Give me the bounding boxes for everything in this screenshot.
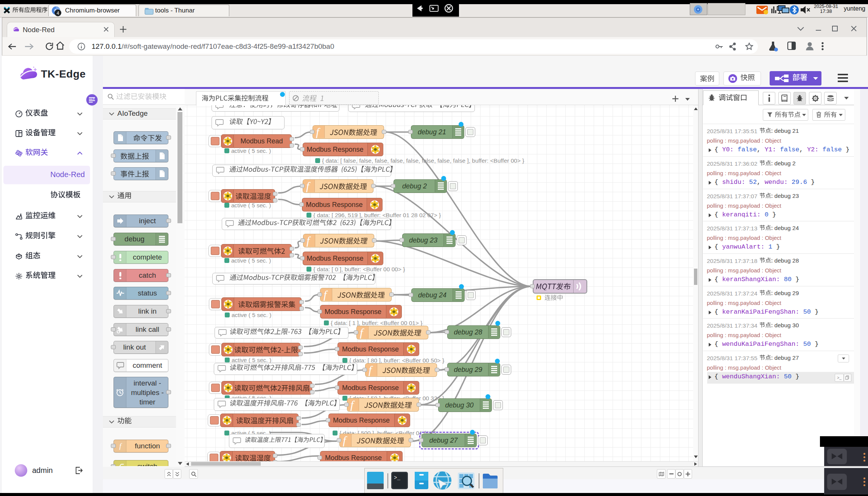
svg-text:>_: >_ xyxy=(394,475,400,481)
svg-text:4: 4 xyxy=(57,11,59,16)
svg-text:f: f xyxy=(119,442,122,450)
